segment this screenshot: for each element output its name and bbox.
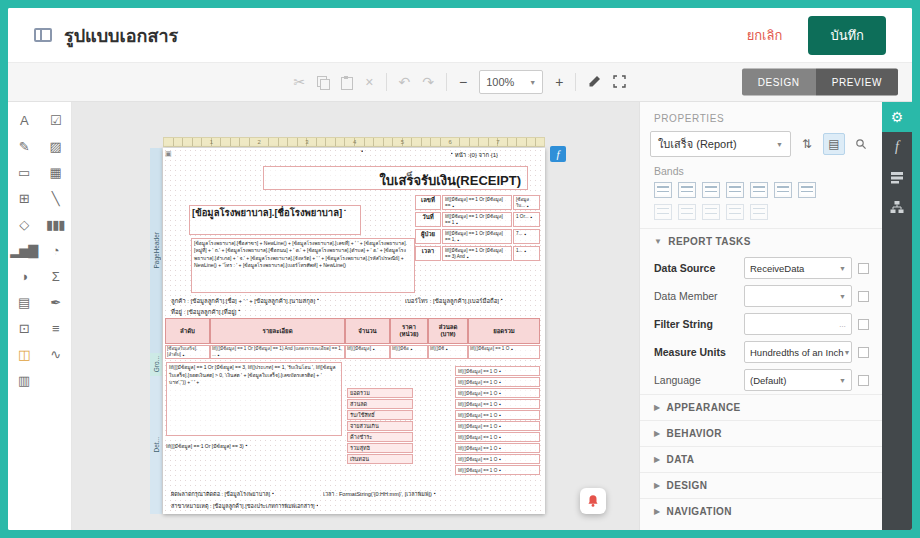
receipt-info-cell[interactable]: เลขที่ <box>415 195 441 210</box>
summary-label[interactable]: ค้างชำระ <box>347 432 413 442</box>
field-list-fab[interactable]: f <box>550 146 566 162</box>
richtext-tool-icon[interactable]: ✎ <box>19 140 29 153</box>
sparkline-tool-icon[interactable]: ∿ <box>50 348 60 361</box>
prop-control[interactable]: ReceiveData▼ <box>744 257 852 279</box>
paste-icon[interactable] <box>341 76 353 89</box>
zoom-select[interactable]: 100%▼ <box>479 70 543 94</box>
validation-icon[interactable] <box>588 75 601 90</box>
phone-field[interactable]: เบอร์โทร : [ข้อมูลลูกค้า].[เบอร์มือถือ] <box>405 296 503 306</box>
cancel-button[interactable]: ยกเลิก <box>747 25 783 46</box>
condition-field[interactable]: Iif(([มีข้อมูล] == 1 Or [มีข้อมูล] == 3) <box>166 442 248 450</box>
checkbox-tool-icon[interactable]: ☑ <box>50 114 61 127</box>
summary-value[interactable]: Iif(([มีข้อมูล] == 1 O <box>455 366 540 376</box>
prop-checkbox[interactable] <box>858 291 869 302</box>
receipt-info-cell[interactable]: 1... <box>513 246 540 261</box>
report-footer-band-icon[interactable] <box>798 182 816 198</box>
group-view-icon[interactable]: ▤ <box>823 133 845 155</box>
label-tool-icon[interactable]: A <box>20 114 28 127</box>
zoom-out-icon[interactable]: − <box>459 75 467 89</box>
report-explorer-icon[interactable] <box>882 192 912 222</box>
summary-label[interactable]: รวมสุทธิ <box>347 443 413 453</box>
summary-value[interactable]: Iif(([มีข้อมูล] == 1 O <box>455 377 540 387</box>
page-footer-band-icon[interactable] <box>774 182 792 198</box>
footer-contact-field[interactable]: ผิดพลาดกรุณาติดต่อ : [ข้อมูลโรงพยาบาล] <box>171 490 274 498</box>
table-detail-cell[interactable]: Iif(([มีข้อมูล] == 1 Or [มีข้อมูล] == 1)… <box>210 345 345 359</box>
page-info-field[interactable]: หน้า :{0} จาก {1} <box>451 150 498 160</box>
receipt-info-cell[interactable]: เวลา <box>415 246 441 261</box>
payment-expression-field[interactable]: Iif(([มีข้อมูล] == 1 Or [มีข้อมูล] == 3,… <box>166 362 342 436</box>
band-detail[interactable]: Det... <box>150 376 162 514</box>
redo-icon[interactable]: ↷ <box>422 75 434 89</box>
receipt-info-cell[interactable]: Iif([มีข้อมูล] == 1 Or [มีข้อมูล] == 1, <box>442 229 512 244</box>
receipt-info-cell[interactable]: Iif([มีข้อมูล] == 1 Or [มีข้อมูล] == 3) … <box>442 246 512 261</box>
receipt-info-cell[interactable]: Iif([มีข้อมูล] == 1 Or [มีข้อมูล] == <box>442 195 512 210</box>
cut-icon[interactable]: ✂ <box>294 75 306 89</box>
panel-tool-icon[interactable]: ▭ <box>18 166 29 179</box>
summary-value[interactable]: Iif(([มีข้อมูล] == 1 O <box>455 443 540 453</box>
design-tab[interactable]: DESIGN <box>742 69 816 96</box>
subreport-tool-icon[interactable]: ⊡ <box>19 322 29 335</box>
page-header-band-icon[interactable] <box>678 182 696 198</box>
section-design[interactable]: ▶DESIGN <box>640 472 882 498</box>
search-icon[interactable] <box>850 133 872 155</box>
prop-checkbox[interactable] <box>858 263 869 274</box>
print-setup-tool-icon[interactable]: ▥ <box>18 374 29 387</box>
receipt-info-cell[interactable]: วันที่ <box>415 212 441 227</box>
section-data[interactable]: ▶DATA <box>640 446 882 472</box>
zoom-in-icon[interactable]: + <box>555 75 563 89</box>
summary-tool-icon[interactable]: Σ <box>52 270 59 283</box>
delete-icon[interactable]: × <box>365 75 373 89</box>
table-header-cell[interactable]: ลำดับ <box>165 318 210 344</box>
group-footer-band-icon[interactable] <box>750 182 768 198</box>
field-list-icon[interactable] <box>882 162 912 192</box>
detail-report-band-icon[interactable] <box>654 204 672 220</box>
band-groupheader[interactable]: Gro... <box>150 353 162 376</box>
summary-label[interactable]: ส่วนลด <box>347 399 413 409</box>
table-header-cell[interactable]: ส่วนลด (บาท) <box>428 318 468 344</box>
element-selector[interactable]: ใบเสร็จ (Report)▼ <box>650 131 791 157</box>
save-button[interactable]: บันทึก <box>808 16 886 55</box>
receipt-info-cell[interactable]: 1 Or... <box>513 212 540 227</box>
section-behavior[interactable]: ▶BEHAVIOR <box>640 420 882 446</box>
footer-time-field[interactable]: เวลา : FormatString('{0:HH:mm}', [เวลาพิ… <box>323 490 436 498</box>
table-detail-cell[interactable]: Iif(([มีข้ <box>428 345 468 359</box>
summary-label[interactable]: จ่ายส่วนเกิน <box>347 421 413 431</box>
vertical-detail-band-icon[interactable] <box>702 204 720 220</box>
summary-value[interactable]: Iif(([มีข้อมูล] == 1 O <box>455 421 540 431</box>
expressions-icon[interactable]: f <box>882 132 912 162</box>
notification-bell-button[interactable] <box>580 488 606 514</box>
page-info-tool-icon[interactable]: ▤ <box>18 296 29 309</box>
receipt-info-cell[interactable]: [ข้อมูลใบ... <box>513 195 540 210</box>
prop-checkbox[interactable] <box>858 319 869 330</box>
report-tasks-header[interactable]: ▼ REPORT TASKS <box>640 228 882 254</box>
table-detail-cell[interactable]: Iif(([มีข้อมูล] == 1 O <box>468 345 540 359</box>
gauge-tool-icon[interactable]: ◑ <box>20 270 27 283</box>
hospital-address-field[interactable]: [ข้อมูลโรงพยาบาล].[ชื่อสาขา] + NewLine()… <box>191 238 415 293</box>
summary-value[interactable]: Iif(([มีข้อมูล] == 1 O <box>455 432 540 442</box>
receipt-info-cell[interactable]: 7... <box>513 229 540 244</box>
undo-icon[interactable]: ↶ <box>399 75 411 89</box>
summary-label[interactable]: เงินทอน <box>347 454 413 464</box>
picture-box-tool-icon[interactable]: ▨ <box>50 140 61 153</box>
table-tool-icon[interactable]: ▦ <box>50 166 61 179</box>
preview-tab[interactable]: PREVIEW <box>816 69 898 96</box>
report-header-band-icon[interactable] <box>654 182 672 198</box>
sort-az-icon[interactable]: ⇅ <box>796 133 818 155</box>
barcode-tool-icon[interactable]: ▮▮▮ <box>46 218 64 231</box>
address-field[interactable]: ที่อยู่ : [ข้อมูลลูกค้า].[ที่อยู่] <box>171 307 240 317</box>
design-canvas[interactable]: 1234567 PageHeader Gro... Det... ▣ ▪ หน้… <box>72 102 639 530</box>
summary-value[interactable]: Iif(([มีข้อมูล] == 1 O <box>455 454 540 464</box>
customer-field[interactable]: ลูกค้า : [ข้อมูลลูกค้า].[ชื่อ] + ' ' + [… <box>171 296 319 306</box>
character-comb-tool-icon[interactable]: ⊞ <box>19 192 29 205</box>
prop-control[interactable]: ▼ <box>744 285 852 307</box>
vertical-total-band-icon[interactable] <box>726 204 744 220</box>
table-header-cell[interactable]: ยอดรวม <box>468 318 540 344</box>
receipt-info-cell[interactable]: ผู้ป่วย <box>415 229 441 244</box>
detail-band-icon[interactable] <box>726 182 744 198</box>
properties-gear-icon[interactable]: ⚙ <box>882 102 912 132</box>
band-menu-icon[interactable]: ▣ <box>165 150 172 158</box>
cross-band-line-tool-icon[interactable]: ◫ <box>18 348 29 361</box>
summary-value[interactable]: Iif(([มีข้อมูล] == 1 O <box>455 399 540 409</box>
prop-control[interactable]: Hundredths of an Inch▼ <box>744 341 852 363</box>
prop-control[interactable]: … <box>744 313 852 335</box>
